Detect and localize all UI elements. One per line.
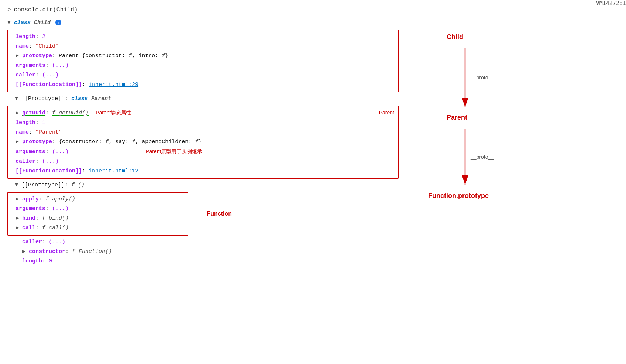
- collapse-parent-proto[interactable]: [16, 139, 19, 145]
- keyword-class-2: class: [71, 96, 88, 102]
- key-bind: bind: [22, 215, 35, 222]
- parent-properties-box: getUUid: f getUUid() Parent静态属性 Parent l…: [7, 106, 399, 179]
- child-arguments: arguments: (...): [8, 61, 398, 70]
- annotation-proto-inherit: Parent原型用于实例继承: [146, 148, 202, 154]
- val-parent-caller: (...): [42, 158, 59, 165]
- child-name: name: "Child": [8, 42, 398, 51]
- key-parent-caller: caller: [16, 158, 35, 165]
- fn-bind: bind: f bind(): [8, 214, 188, 223]
- vm-ref: VM14272:1: [596, 0, 626, 7]
- collapse-constructor[interactable]: [22, 248, 25, 255]
- key-fn-length: length: [22, 258, 42, 264]
- val-caller: (...): [42, 72, 59, 78]
- child-length: length: 2: [8, 32, 398, 41]
- annotation-static: Parent静态属性: [96, 110, 131, 116]
- key-fn-caller: caller: [22, 239, 42, 245]
- key-fn-arguments: arguments: [16, 206, 45, 212]
- key-fn-constructor: constructor: [29, 248, 65, 255]
- parent-function-location: [[FunctionLocation]]: inherit.html:12: [8, 167, 398, 176]
- console-arrow: >: [7, 7, 11, 13]
- collapse-parent[interactable]: [15, 96, 18, 102]
- val-apply: f apply(): [45, 196, 75, 202]
- function-properties-box: apply: f apply() arguments: (...) bind: …: [7, 192, 188, 236]
- key-name: name: [16, 43, 29, 49]
- collapse-apply[interactable]: [16, 196, 19, 202]
- parent-class-name: Parent: [91, 96, 111, 102]
- key-apply: apply: [22, 196, 39, 202]
- console-input-line: > console.dir(Child): [7, 7, 399, 13]
- annotation-parent-label: Parent: [379, 109, 394, 117]
- key-length: length: [16, 34, 35, 40]
- f-proto-label: [[Prototype]]:: [21, 182, 71, 188]
- child-prototype: prototype: Parent {constructor: f, intro…: [8, 52, 398, 61]
- console-command: console.dir(Child): [14, 7, 78, 13]
- svg-text:__proto__: __proto__: [470, 154, 494, 160]
- collapse-getuuid[interactable]: [16, 110, 19, 116]
- key-arguments: arguments: [16, 62, 45, 69]
- key-call: call: [22, 225, 35, 231]
- key-getuuid: getUUid: [22, 110, 45, 116]
- key-parent-prototype: prototype: [22, 139, 52, 145]
- key-prototype: prototype: [22, 53, 52, 59]
- right-panel: VM14272:1 __proto__ __proto__ Child Pare…: [406, 0, 626, 364]
- parent-caller: caller: (...): [8, 157, 398, 166]
- fn-length-truncated: length: 0: [7, 257, 399, 266]
- val-function-location[interactable]: inherit.html:29: [89, 82, 138, 88]
- parent-getuuid: getUUid: f getUUid() Parent静态属性 Parent: [8, 109, 398, 118]
- key-parent-fn-location: [[FunctionLocation]]: [16, 168, 82, 174]
- collapse-prototype[interactable]: [16, 53, 19, 59]
- parent-arguments: arguments: (...) Parent原型用于实例继承: [8, 147, 398, 157]
- collapse-class-child[interactable]: [7, 20, 11, 26]
- val-prototype: Parent {constructor: f, intro: f}: [59, 53, 168, 59]
- child-function-location: [[FunctionLocation]]: inherit.html:29: [8, 80, 398, 89]
- val-name: "Child": [35, 43, 59, 49]
- keyword-class: class: [14, 20, 31, 26]
- key-parent-name: name: [16, 129, 29, 135]
- val-length: 2: [42, 34, 45, 40]
- diagram-fn-proto-node: Function.prototype: [428, 192, 489, 200]
- proto-label: [[Prototype]]:: [21, 96, 71, 102]
- prototype-f: [[Prototype]]: f (): [7, 181, 399, 190]
- parent-name: name: "Parent": [8, 128, 398, 137]
- fn-arguments: arguments: (...): [8, 205, 188, 213]
- fn-caller: caller: (...): [7, 238, 399, 247]
- val-getuuid: f getUUid(): [52, 110, 89, 116]
- left-panel: > console.dir(Child) class Child i lengt…: [0, 0, 406, 364]
- info-icon[interactable]: i: [55, 20, 61, 25]
- val-arguments: (...): [52, 62, 69, 69]
- val-fn-length: 0: [49, 258, 52, 264]
- val-parent-arguments: (...): [52, 149, 69, 155]
- val-parent-name: "Parent": [35, 129, 62, 135]
- val-fn-arguments: (...): [52, 206, 69, 212]
- val-fn-caller: (...): [49, 239, 65, 245]
- fn-call: call: f call(): [8, 224, 188, 233]
- key-parent-arguments: arguments: [16, 149, 45, 155]
- diagram-arrows: __proto__ __proto__: [417, 15, 615, 236]
- collapse-bind[interactable]: [16, 215, 19, 222]
- child-properties-box: length: 2 name: "Child" prototype: Paren…: [7, 30, 399, 92]
- val-parent-length: 1: [42, 120, 45, 126]
- diagram-parent-node: Parent: [447, 114, 467, 121]
- collapse-call[interactable]: [16, 225, 19, 231]
- diagram-child-node: Child: [447, 33, 463, 41]
- f-proto-value: f (): [71, 182, 85, 188]
- class-child-name: Child: [34, 20, 51, 26]
- svg-text:__proto__: __proto__: [470, 75, 494, 80]
- key-caller: caller: [16, 72, 35, 78]
- prototype-class-parent: [[Prototype]]: class Parent: [7, 95, 399, 103]
- val-bind: f bind(): [42, 215, 69, 222]
- collapse-f-proto[interactable]: [15, 182, 18, 188]
- val-parent-fn-location[interactable]: inherit.html:12: [89, 168, 138, 174]
- val-call: f call(): [42, 225, 69, 231]
- val-fn-constructor: f Function(): [72, 248, 112, 255]
- child-caller: caller: (...): [8, 71, 398, 80]
- parent-length: length: 1: [8, 119, 398, 127]
- val-parent-prototype: {constructor: f, say: f, appendChildren:…: [59, 139, 202, 145]
- fn-apply: apply: f apply(): [8, 195, 188, 204]
- key-function-location: [[FunctionLocation]]: [16, 82, 82, 88]
- key-parent-length: length: [16, 120, 35, 126]
- parent-prototype: prototype: {constructor: f, say: f, appe…: [8, 138, 398, 147]
- fn-constructor: constructor: f Function(): [7, 247, 399, 256]
- annotation-function: Function: [207, 210, 232, 217]
- inheritance-diagram: __proto__ __proto__ Child Parent Functio…: [417, 15, 615, 236]
